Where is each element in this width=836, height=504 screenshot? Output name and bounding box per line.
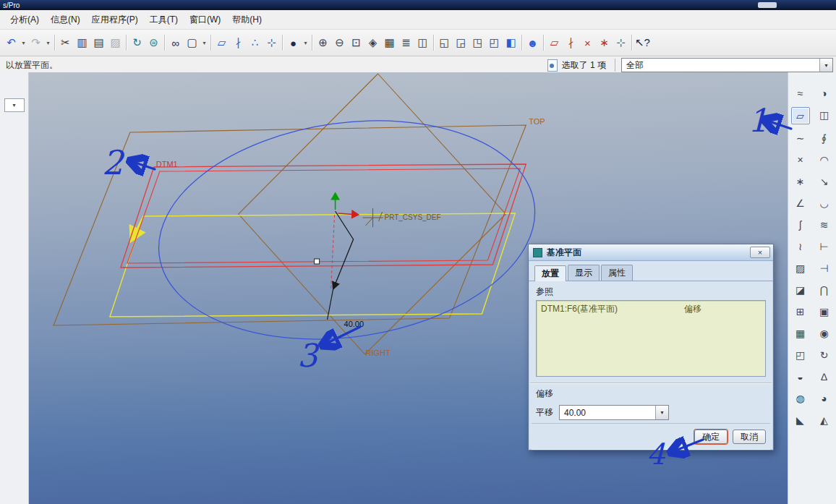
undo-menu-icon[interactable]: ▾: [20, 34, 27, 51]
rib-tool-icon[interactable]: ◭: [816, 412, 833, 428]
style-tool-icon[interactable]: ʃ: [792, 217, 809, 233]
csys-marker[interactable]: [363, 208, 383, 227]
annotate-tool-icon[interactable]: ◪: [792, 282, 809, 298]
thicken-tool-icon[interactable]: ◉: [816, 325, 833, 341]
context-help-icon[interactable]: ↖?: [634, 34, 651, 51]
csys-tool-icon[interactable]: ⊹: [613, 34, 629, 51]
regenerate-icon[interactable]: ↻: [129, 34, 145, 51]
calculator-tool-icon[interactable]: ▦: [792, 325, 809, 341]
curve-tool-icon[interactable]: ≀: [792, 239, 809, 255]
sketch-tool-icon[interactable]: ∼: [792, 130, 809, 146]
tab-display[interactable]: 显示: [568, 265, 600, 281]
translate-dropdown-icon[interactable]: ▾: [655, 406, 668, 419]
chamfer-tool-icon[interactable]: ◣: [792, 412, 809, 428]
boundary-blend-tool-icon[interactable]: ◒: [792, 369, 809, 385]
undo-icon[interactable]: ↶: [3, 34, 20, 51]
plane-display-icon[interactable]: ▱: [213, 34, 230, 51]
tree-toggle-button[interactable]: ▾: [4, 98, 25, 112]
point-display-icon[interactable]: ∴: [247, 34, 263, 51]
shading-mode-icon[interactable]: ●: [285, 34, 302, 51]
label-top[interactable]: TOP: [529, 117, 545, 126]
window-activate-icon[interactable]: ◰: [486, 34, 503, 51]
label-csys[interactable]: PRT_CSYS_DEF: [385, 213, 441, 221]
datum-plane-tool-icon[interactable]: ▱: [546, 34, 563, 51]
tab-properties[interactable]: 属性: [601, 265, 633, 281]
menu-tools[interactable]: 工具(T): [144, 11, 184, 29]
copy-icon[interactable]: ▥: [74, 34, 90, 51]
publish-tool-icon[interactable]: ◑: [816, 85, 833, 101]
csys-display-icon[interactable]: ⊹: [263, 34, 280, 51]
menu-help[interactable]: 帮助(H): [226, 11, 268, 29]
intersect-tool-icon[interactable]: ⋂: [816, 282, 833, 298]
axis-display-icon[interactable]: ∤: [230, 34, 247, 51]
dialog-close-button[interactable]: ×: [750, 247, 770, 258]
extrude-tool-icon[interactable]: ◰: [792, 347, 809, 363]
window-cascade-icon[interactable]: ◱: [436, 34, 453, 51]
mirror-tool-icon[interactable]: ◫: [816, 107, 833, 123]
reference-list[interactable]: DTM1:F6(基准平面) 偏移: [536, 300, 766, 377]
find-icon[interactable]: ∞: [167, 34, 184, 51]
zoom-out-icon[interactable]: ⊖: [331, 34, 348, 51]
select-menu-icon[interactable]: ▾: [200, 34, 208, 51]
user-session-icon[interactable]: ☻: [524, 34, 541, 51]
flip-direction-arrow[interactable]: [131, 218, 142, 242]
graph-tool-icon[interactable]: ≈: [792, 85, 809, 101]
paste-special-icon[interactable]: ▨: [107, 34, 124, 51]
label-dtm1[interactable]: DTM1: [156, 160, 178, 168]
menu-applications[interactable]: 应用程序(P): [86, 11, 144, 29]
reorient-icon[interactable]: ◈: [364, 34, 381, 51]
solidify-tool-icon[interactable]: ▣: [816, 304, 833, 320]
extend-tool-icon[interactable]: ⊢: [816, 239, 833, 255]
datum-point-tool-icon[interactable]: ×: [579, 34, 596, 51]
datum-axis-tool-icon[interactable]: ∠: [792, 195, 809, 211]
offset-tool-icon[interactable]: ≋: [816, 217, 833, 233]
zoom-in-icon[interactable]: ⊕: [315, 34, 331, 51]
menu-window[interactable]: 窗口(W): [184, 11, 226, 29]
paste-icon[interactable]: ▤: [90, 34, 107, 51]
saved-views-icon[interactable]: ▦: [381, 34, 398, 51]
sweep-tool-icon[interactable]: ∮: [816, 130, 833, 146]
round-tool-icon[interactable]: ◕: [816, 390, 833, 406]
combo-dropdown-icon[interactable]: ▾: [819, 59, 832, 72]
menu-analysis[interactable]: 分析(A): [4, 11, 45, 29]
redo-menu-icon[interactable]: ▾: [44, 34, 52, 51]
tab-placement[interactable]: 放置: [534, 265, 566, 281]
window-new-icon[interactable]: ◧: [503, 34, 519, 51]
cancel-button[interactable]: 取消: [733, 430, 766, 444]
dialog-titlebar[interactable]: 基准平面 ×: [529, 244, 773, 261]
offset-dimension[interactable]: 40.00: [344, 320, 364, 328]
redo-icon[interactable]: ↷: [27, 34, 44, 51]
window-tile-icon[interactable]: ◲: [453, 34, 469, 51]
draft-tool-icon[interactable]: ∆: [816, 369, 833, 385]
menu-info[interactable]: 信息(N): [45, 11, 86, 29]
refit-icon[interactable]: ⊡: [348, 34, 364, 51]
blend-tool-icon[interactable]: ◠: [816, 152, 833, 168]
select-region-icon[interactable]: ▢: [184, 34, 200, 51]
ok-button[interactable]: 确定: [694, 430, 728, 444]
analysis-tool-icon[interactable]: ⊞: [792, 304, 809, 320]
translate-value-combo[interactable]: 40.00 ▾: [559, 405, 669, 420]
view-manager-icon[interactable]: ◫: [414, 34, 431, 51]
palette-tool-icon[interactable]: ▨: [792, 260, 809, 276]
window-controls[interactable]: [758, 2, 777, 8]
datum-point-tool-icon[interactable]: ×: [792, 152, 809, 168]
offset-point-tool-icon[interactable]: ∗: [792, 174, 809, 189]
shading-menu-icon[interactable]: ▾: [302, 34, 310, 51]
label-right[interactable]: RIGHT: [366, 349, 391, 357]
drag-handle[interactable]: [315, 259, 320, 264]
selection-filter-combo[interactable]: 全部 ▾: [621, 58, 833, 72]
trim-tool-icon[interactable]: ⊣: [816, 260, 833, 276]
shell-tool-icon[interactable]: ◍: [792, 390, 809, 406]
reference-row[interactable]: DTM1:F6(基准平面) 偏移: [537, 301, 765, 317]
regen-manager-icon[interactable]: ⊜: [145, 34, 162, 51]
translate-value[interactable]: 40.00: [560, 408, 655, 418]
project-tool-icon[interactable]: ↘: [816, 174, 833, 189]
revolve-tool-icon[interactable]: ↻: [816, 347, 833, 363]
cut-icon[interactable]: ✂: [57, 34, 74, 51]
datum-plane-tool-icon[interactable]: ▱: [791, 107, 810, 124]
layers-icon[interactable]: ≣: [398, 34, 414, 51]
datum-plane-top[interactable]: [54, 125, 526, 325]
window-close-icon[interactable]: ◳: [469, 34, 486, 51]
datum-axis-tool-icon[interactable]: ∤: [563, 34, 579, 51]
reference-constraint[interactable]: 偏移: [684, 303, 701, 315]
